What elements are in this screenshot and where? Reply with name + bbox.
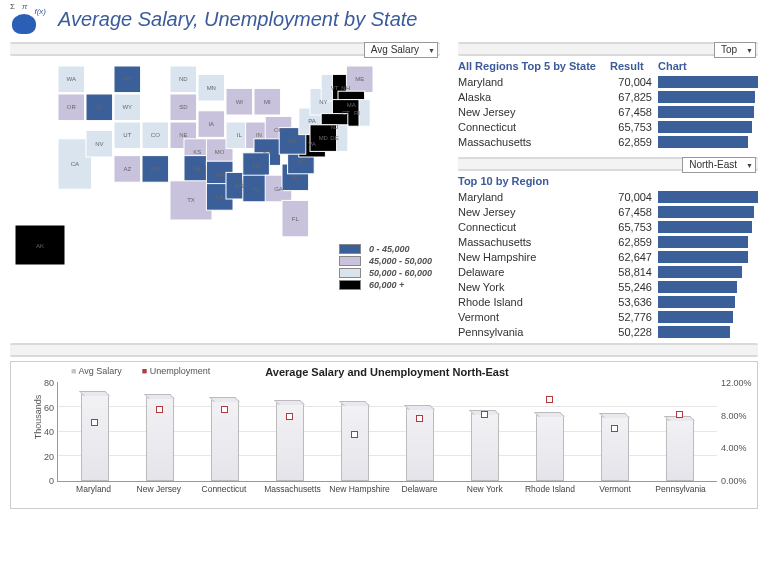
map-metric-dropdown[interactable]: Avg Salary (364, 42, 438, 58)
unemployment-marker (546, 396, 553, 403)
salary-bar (81, 394, 109, 481)
state-SD[interactable] (170, 94, 197, 121)
top5-dropdown[interactable]: Top (714, 42, 756, 58)
table-row: Pennsylvania50,228 (458, 324, 758, 339)
table-row: New Jersey67,458 (458, 204, 758, 219)
chart-legend: Avg Salary Unemployment (71, 366, 210, 376)
salary-bar (666, 419, 694, 481)
page-title: Average Salary, Unemployment by State (58, 8, 417, 31)
unemployment-marker (416, 415, 423, 422)
salary-bar (536, 415, 564, 481)
state-MD[interactable] (310, 125, 337, 152)
salary-bar (601, 416, 629, 481)
state-AK[interactable] (15, 225, 65, 265)
salary-bar (211, 400, 239, 481)
state-MT[interactable] (114, 66, 141, 93)
unemployment-marker (611, 425, 618, 432)
col-chart: Chart (658, 60, 758, 72)
state-AZ[interactable] (114, 156, 141, 183)
table-row: New Hampshire62,647 (458, 249, 758, 264)
region-dropdown[interactable]: North-East (682, 157, 756, 173)
unemployment-marker (91, 419, 98, 426)
state-ND[interactable] (170, 66, 197, 93)
logo-icon: Σπf(x) (10, 4, 40, 34)
table-row: New York55,246 (458, 279, 758, 294)
map-legend: 0 - 45,00045,000 - 50,00050,000 - 60,000… (339, 244, 432, 292)
unemployment-marker (156, 406, 163, 413)
state-NV[interactable] (86, 130, 113, 157)
table-row: Connecticut65,753 (458, 119, 758, 134)
state-ME[interactable] (346, 66, 373, 93)
table-row: Massachusetts62,859 (458, 234, 758, 249)
state-ID[interactable] (86, 94, 113, 121)
state-CO[interactable] (142, 122, 169, 149)
unemployment-marker (676, 411, 683, 418)
table-row: Delaware58,814 (458, 264, 758, 279)
state-NM[interactable] (142, 156, 169, 183)
salary-bar (471, 413, 499, 481)
unemployment-marker (481, 411, 488, 418)
state-MI[interactable] (254, 88, 281, 115)
salary-bar (276, 403, 304, 481)
top5-heading: All Regions Top 5 by State (458, 60, 610, 72)
state-WY[interactable] (114, 94, 141, 121)
state-MN[interactable] (198, 74, 225, 101)
us-map: WAORCAIDNVMTWYUTAZCONMNDSDNEKSOKTXMNIAMO… (10, 60, 440, 296)
salary-bar (341, 404, 369, 481)
combo-chart: Avg Salary Unemployment Average Salary a… (10, 361, 758, 509)
table-row: Maryland70,004 (458, 189, 758, 204)
table-row: New Jersey67,458 (458, 104, 758, 119)
unemployment-marker (221, 406, 228, 413)
region-heading: Top 10 by Region (458, 175, 758, 187)
col-result: Result (610, 60, 658, 72)
unemployment-marker (351, 431, 358, 438)
table-row: Vermont52,776 (458, 309, 758, 324)
bottom-toolbar (10, 343, 758, 357)
table-row: Alaska67,825 (458, 89, 758, 104)
salary-bar (406, 408, 434, 481)
table-row: Rhode Island53,636 (458, 294, 758, 309)
table-row: Connecticut65,753 (458, 219, 758, 234)
state-OR[interactable] (58, 94, 85, 121)
table-row: Massachusetts62,859 (458, 134, 758, 149)
state-FL[interactable] (282, 200, 309, 236)
state-WI[interactable] (226, 88, 253, 115)
table-row: Maryland70,004 (458, 74, 758, 89)
state-TX[interactable] (170, 181, 212, 220)
state-IA[interactable] (198, 111, 225, 138)
state-WA[interactable] (58, 66, 85, 93)
salary-bar (146, 397, 174, 481)
map-toolbar: Avg Salary (10, 42, 440, 56)
unemployment-marker (286, 413, 293, 420)
state-UT[interactable] (114, 122, 141, 149)
